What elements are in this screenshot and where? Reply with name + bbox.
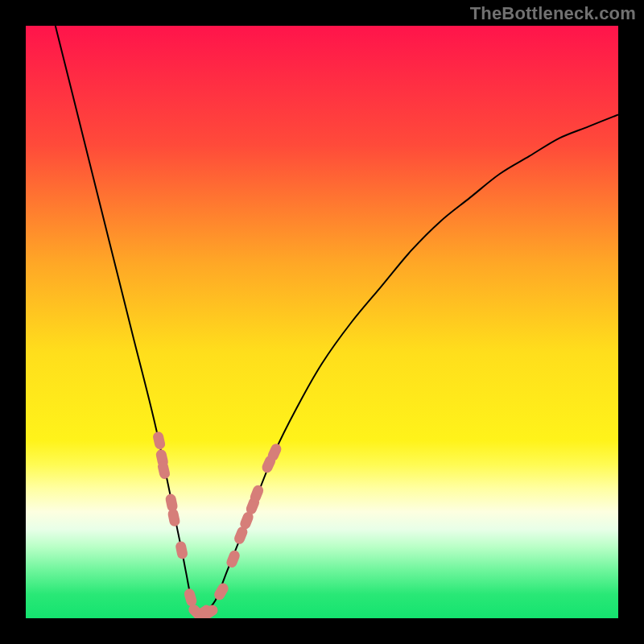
bottleneck-chart <box>26 26 618 618</box>
watermark-text: TheBottleneck.com <box>470 3 636 24</box>
gradient-background <box>26 26 618 618</box>
chart-frame: TheBottleneck.com <box>0 0 644 644</box>
